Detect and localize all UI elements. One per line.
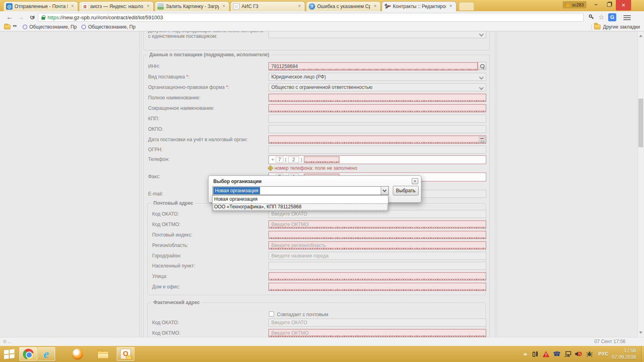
dialog-close-icon[interactable]	[412, 178, 418, 184]
tab-close-icon[interactable]	[448, 4, 454, 9]
page-scrollbar[interactable]	[638, 31, 644, 337]
actual-okato-input[interactable]: Введите ОКАТО	[268, 319, 486, 327]
kpp-input[interactable]	[268, 115, 486, 123]
validation-underline	[269, 279, 485, 280]
start-button[interactable]	[4, 349, 18, 359]
taskbar-ie-button[interactable]	[37, 347, 55, 361]
locality-input[interactable]	[268, 262, 486, 270]
tab-mail[interactable]: Отправленные - Почта М	[3, 1, 78, 11]
windows-taskbar: РУС 17:56 07.09.2016	[0, 346, 644, 362]
ogrn-label: ОГРН:	[148, 147, 265, 152]
new-tab-button[interactable]	[459, 2, 474, 10]
window-close-button[interactable]	[616, 0, 631, 10]
tray-warning-icon[interactable]	[543, 346, 551, 362]
postal-index-input[interactable]	[268, 231, 486, 239]
house-office-input[interactable]	[268, 283, 486, 291]
tab-yandex-search[interactable]: аисгз — Яндекс: нашлось	[79, 1, 154, 11]
taskbar-chrome-button[interactable]	[19, 347, 37, 361]
full-name-input[interactable]	[268, 94, 486, 102]
bookmark-item[interactable]: Обществознание, Пр	[23, 24, 77, 30]
okato-input[interactable]: Введите ОКАТО	[268, 210, 486, 218]
chevron-up-icon	[523, 353, 527, 355]
status-left-text: © ...	[3, 339, 11, 344]
tray-volume-muted-icon[interactable]	[575, 346, 583, 362]
choose-button[interactable]: Выбрать	[393, 186, 419, 195]
address-bar[interactable]: https://new.gz-spb.ru/#cm/contract/edit/…	[38, 13, 584, 22]
validation-underline	[269, 335, 485, 337]
tab-ais-gz[interactable]: АИС ГЗ	[230, 1, 305, 11]
show-desktop-button[interactable]	[641, 346, 644, 362]
tab-close-icon[interactable]	[70, 4, 75, 9]
phone-country-input[interactable]: 7	[276, 156, 283, 163]
tab-contracts-active[interactable]: Контракты :: Редактиров	[382, 1, 456, 11]
tray-phone-icon[interactable]	[553, 346, 561, 362]
browser-menu-icon[interactable]	[622, 13, 632, 21]
okpo-input[interactable]	[268, 125, 486, 133]
forward-button[interactable]: →	[16, 12, 26, 22]
tray-network-icon[interactable]	[564, 346, 572, 362]
profile-badge[interactable]: sc283	[563, 1, 586, 8]
contract-document-select[interactable]	[268, 31, 486, 38]
dropdown-option[interactable]: Новая организация	[213, 195, 388, 203]
legal-form-select[interactable]: Общество с ограниченной ответственностью	[268, 83, 486, 91]
city-input[interactable]: Введите название города	[268, 252, 486, 260]
reload-button[interactable]	[27, 12, 37, 22]
phone-number-input[interactable]	[304, 156, 339, 163]
phone-composite-field[interactable]: + 7 ( 2 )	[268, 155, 486, 164]
bookmark-star-icon[interactable]	[597, 13, 605, 21]
scroll-up-icon[interactable]	[639, 35, 642, 37]
tab-close-icon[interactable]	[145, 4, 151, 9]
same-as-postal-checkbox[interactable]	[269, 311, 274, 317]
language-indicator[interactable]: РУС	[599, 346, 609, 362]
taskbar-explorer-button[interactable]	[95, 348, 111, 360]
https-lock-icon[interactable]	[41, 17, 45, 20]
key-extension-icon[interactable]	[587, 13, 595, 21]
window-minimize-button[interactable]	[590, 0, 602, 10]
url-rest: ://new.gz-spb.ru/#cm/contract/edit/lot/5…	[59, 14, 163, 21]
tray-battery-icon[interactable]	[532, 346, 540, 362]
tray-expand-button[interactable]	[523, 346, 527, 362]
short-name-input[interactable]	[268, 104, 486, 112]
tax-reg-date-input[interactable]	[268, 136, 486, 144]
taskbar-gom-player-button[interactable]	[69, 348, 85, 360]
document-icon	[233, 3, 239, 10]
bookmarks-separator	[591, 24, 592, 30]
tab-image-upload[interactable]: Залить Картинку - Загруз	[155, 1, 229, 11]
supplier-legend: Данные о поставщике (подрядчике, исполни…	[147, 52, 271, 58]
oktmo-input[interactable]: Введите ОКТМО	[268, 220, 486, 228]
tab-close-icon[interactable]	[372, 4, 378, 9]
region-input[interactable]: Введите регион/область	[268, 241, 486, 249]
other-bookmarks-button[interactable]: Другие закладки	[594, 24, 640, 30]
tab-close-icon[interactable]	[221, 4, 227, 9]
window-restore-button[interactable]	[603, 0, 615, 10]
street-input[interactable]	[268, 272, 486, 280]
calendar-icon[interactable]	[479, 137, 485, 143]
tab-error-page[interactable]: Ошибка с указанием Сро	[306, 1, 381, 11]
phone-bracket: )	[301, 157, 302, 162]
dropdown-option[interactable]: ООО «Технографика», КПП 781125868	[213, 203, 388, 211]
url-text: https://new.gz-spb.ru/#cm/contract/edit/…	[47, 14, 163, 21]
bookmark-folder-label[interactable]: **	[13, 24, 17, 30]
bookmark-item[interactable]: Обществознание, Пр	[81, 24, 136, 30]
actual-oktmo-input[interactable]: Введите ОКТМО	[268, 329, 486, 337]
tab-title: аисгз — Яндекс: нашлось	[90, 4, 143, 9]
back-button[interactable]: ←	[5, 12, 14, 22]
organization-combobox[interactable]: Новая организация	[213, 186, 389, 195]
taskbar-clock[interactable]: 17:56 07.09.2016	[612, 348, 636, 360]
combobox-dropdown-icon[interactable]	[381, 187, 388, 195]
supplier-type-select[interactable]: Юридическое лицо (РФ)	[268, 73, 486, 81]
bookmark-folder-icon[interactable]	[4, 25, 10, 29]
scrollbar-thumb[interactable]	[638, 99, 643, 147]
inn-input[interactable]: 7811258684	[268, 62, 478, 70]
tray-antivirus-spider-icon[interactable]	[586, 346, 594, 362]
actual-oktmo-label: Код ОКТМО:	[152, 330, 269, 336]
inn-search-button[interactable]	[478, 62, 486, 70]
validation-underline	[269, 100, 485, 101]
scroll-down-icon[interactable]	[639, 331, 642, 334]
kpp-label: КПП:	[148, 116, 265, 121]
tab-close-icon[interactable]	[297, 4, 302, 9]
taskbar-outlook-button[interactable]	[117, 347, 134, 361]
ogrn-input[interactable]	[268, 146, 486, 154]
translate-extension-icon[interactable]	[608, 13, 616, 21]
phone-area-input[interactable]: 2	[288, 156, 299, 163]
